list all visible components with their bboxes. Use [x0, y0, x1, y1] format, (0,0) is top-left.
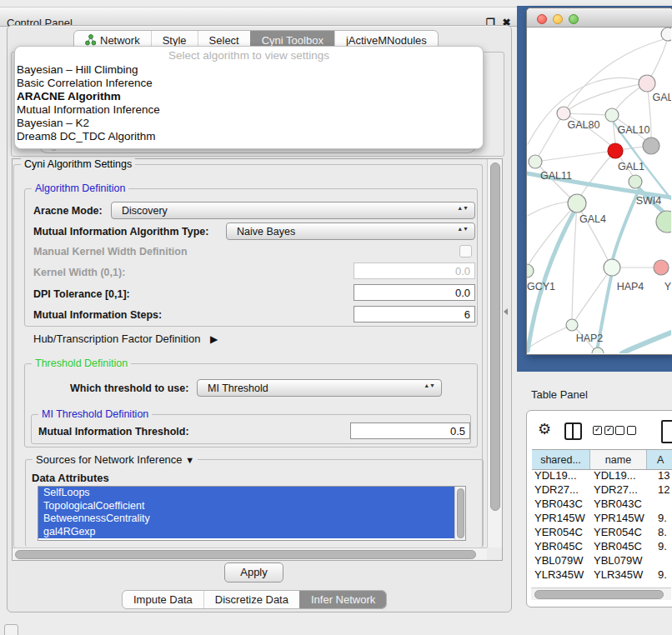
dpi-tolerance-field[interactable]: 0.0: [354, 284, 475, 301]
deselect-all-columns-icon[interactable]: [615, 426, 636, 435]
network-node[interactable]: [608, 143, 623, 158]
algorithm-dropdown-item[interactable]: Mutual Information Inference: [15, 103, 483, 117]
data-attribute-item[interactable]: TopologicalCoefficient: [38, 500, 460, 513]
table-cell[interactable]: YBR045C: [594, 539, 642, 553]
attributes-scrollbar[interactable]: [454, 487, 465, 540]
table-cell[interactable]: YER054C: [594, 525, 642, 539]
table-row[interactable]: YER054CYER054C8.: [532, 525, 672, 539]
table-row[interactable]: YBL079WYBL079W: [532, 553, 672, 568]
settings-vertical-scrollbar-thumb[interactable]: [490, 162, 500, 511]
settings-vertical-scrollbar[interactable]: [487, 159, 502, 548]
table-cell[interactable]: YDR27...: [534, 482, 579, 497]
mi-threshold-field[interactable]: 0.5: [350, 422, 470, 439]
mi-steps-field[interactable]: 6: [354, 306, 475, 322]
minimize-traffic-light-icon[interactable]: [553, 14, 563, 24]
table-row[interactable]: YBR045CYBR045C9.: [532, 539, 672, 553]
algorithm-dropdown-item[interactable]: Bayesian – K2: [15, 117, 483, 130]
table-cell[interactable]: 9.: [658, 511, 667, 525]
control-panel-titlebar[interactable]: Control Panel ❐ ✖: [0, 7, 517, 27]
expanded-arrow-icon[interactable]: ▼: [185, 455, 194, 465]
table-cell[interactable]: YBL079W: [534, 553, 584, 568]
network-node[interactable]: [661, 28, 671, 41]
network-edge[interactable]: [528, 202, 569, 216]
table-cell[interactable]: YDL19...: [534, 468, 577, 482]
table-row[interactable]: YDL19...YDL19...13: [532, 468, 672, 482]
column-header-shared-name[interactable]: shared...: [532, 450, 590, 469]
network-node[interactable]: [566, 319, 578, 331]
gear-icon[interactable]: ⚙: [538, 422, 551, 437]
data-attribute-item[interactable]: gal4RGexp: [38, 526, 460, 539]
network-edge[interactable]: [622, 332, 671, 353]
network-node[interactable]: [605, 108, 619, 122]
table-cell[interactable]: YLR345W: [594, 568, 643, 581]
data-attribute-item[interactable]: SelfLoops: [38, 487, 460, 500]
table-cell[interactable]: YPR145W: [534, 511, 585, 525]
table-cell[interactable]: 9.: [658, 539, 667, 553]
network-node[interactable]: [629, 175, 642, 188]
table-cell[interactable]: 13: [658, 468, 669, 482]
tab-discretize-data[interactable]: Discretize Data: [203, 591, 299, 608]
network-node[interactable]: [529, 155, 542, 168]
network-window-titlebar[interactable]: [527, 8, 672, 28]
table-cell[interactable]: 9.: [658, 568, 667, 581]
table-cell[interactable]: 12: [658, 482, 669, 497]
table-row[interactable]: YDR27...YDR27...12: [532, 482, 672, 497]
network-node[interactable]: [604, 259, 620, 276]
settings-horizontal-scrollbar-thumb[interactable]: [15, 550, 476, 559]
table-row[interactable]: YLR345WYLR345W9.: [532, 568, 672, 581]
apply-button[interactable]: Apply: [224, 562, 283, 582]
table-cell[interactable]: YBL079W: [594, 553, 643, 568]
table-horizontal-scrollbar[interactable]: [531, 588, 671, 600]
collapsed-arrow-icon[interactable]: ▶: [210, 333, 218, 345]
split-panel-icon[interactable]: [564, 422, 582, 440]
table-cell[interactable]: YBR043C: [594, 497, 642, 511]
select-all-columns-icon[interactable]: ✓ ✓: [593, 426, 614, 435]
network-node[interactable]: [557, 107, 570, 120]
mi-type-combo[interactable]: Naive Bayes ▲▼: [226, 222, 475, 240]
table-cell[interactable]: YER054C: [534, 525, 583, 539]
hub-definition-toggle[interactable]: Hub/Transcription Factor Definition ▶: [33, 332, 218, 345]
zoom-traffic-light-icon[interactable]: [569, 14, 579, 24]
column-header-name[interactable]: name: [590, 450, 647, 469]
network-edge[interactable]: [539, 113, 564, 156]
network-canvas[interactable]: GALGAL80GAL10GAL1GAL11SWI4GAL4GCY1HAP4YH…: [527, 27, 671, 353]
network-node[interactable]: [527, 264, 534, 278]
network-node[interactable]: [643, 138, 659, 154]
attributes-scrollbar-thumb[interactable]: [457, 488, 464, 538]
data-attribute-item[interactable]: BetweennessCentrality: [38, 512, 460, 526]
algorithm-dropdown-item[interactable]: Dream8 DC_TDC Algorithm: [15, 130, 483, 143]
manual-kernel-checkbox[interactable]: [459, 245, 472, 258]
table-cell[interactable]: YBR043C: [534, 497, 583, 511]
network-node[interactable]: [639, 75, 655, 92]
table-cell[interactable]: YBR045C: [534, 539, 583, 553]
tab-impute-data[interactable]: Impute Data: [123, 591, 203, 608]
network-node[interactable]: [656, 211, 671, 232]
network-edge[interactable]: [577, 203, 608, 260]
algorithm-dropdown-item[interactable]: ARACNE Algorithm: [15, 90, 483, 103]
settings-horizontal-scrollbar[interactable]: [13, 548, 487, 560]
which-threshold-combo[interactable]: MI Threshold ▲▼: [197, 379, 442, 397]
network-node[interactable]: [654, 260, 669, 275]
table-cell[interactable]: YLR345W: [534, 568, 584, 581]
network-edge[interactable]: [528, 325, 572, 348]
aracne-mode-combo[interactable]: Discovery ▲▼: [111, 202, 475, 219]
close-traffic-light-icon[interactable]: [537, 14, 547, 24]
new-table-icon[interactable]: [661, 420, 672, 443]
table-cell[interactable]: YDL19...: [594, 468, 636, 482]
minimized-panel-icon[interactable]: [4, 624, 18, 635]
table-horizontal-scrollbar-thumb[interactable]: [534, 590, 664, 599]
sources-title-wrap[interactable]: Sources for Network Inference ▼: [33, 453, 198, 466]
kernel-width-field[interactable]: 0.0: [354, 262, 475, 279]
column-header-extra[interactable]: A: [647, 450, 672, 469]
network-edge[interactable]: [572, 203, 577, 319]
table-row[interactable]: YBR043CYBR043C: [532, 497, 672, 511]
algorithm-dropdown-item[interactable]: Bayesian – Hill Climbing: [15, 63, 483, 77]
table-cell[interactable]: YPR145W: [594, 511, 644, 525]
algorithm-dropdown-item[interactable]: Basic Correlation Inference: [15, 77, 483, 90]
network-node[interactable]: [568, 194, 586, 212]
table-cell[interactable]: 8.: [658, 525, 667, 539]
table-row[interactable]: YPR145WYPR145W9.: [532, 511, 672, 525]
table-cell[interactable]: YDR27...: [594, 482, 638, 497]
split-pane-collapse-icon[interactable]: [504, 308, 508, 315]
network-edge[interactable]: [535, 152, 608, 162]
